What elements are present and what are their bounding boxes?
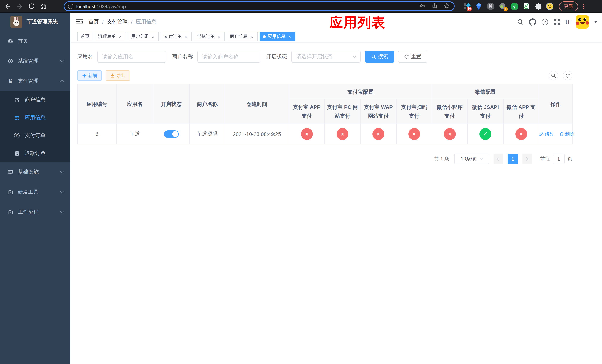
sidebar-item-home[interactable]: 首页 [0,31,70,51]
password-key-icon[interactable] [419,2,426,11]
sidebar-item-payment[interactable]: ¥ 支付管理 [0,71,70,91]
sidebar-item-pay-order[interactable]: ¥ 支付订单 [0,127,70,144]
dashboard-icon [7,38,13,44]
status-select[interactable]: 请选择开启状态 [291,51,361,63]
notes-extension-icon[interactable] [522,2,530,10]
extensions-puzzle-icon[interactable] [534,2,542,10]
goto-page-input[interactable] [553,154,565,164]
search-icon[interactable] [516,18,525,26]
sidebar-item-dev-tools[interactable]: 研发工具 [0,182,70,202]
browser-reload-button[interactable] [27,1,36,11]
sidebar-item-label: 商户信息 [25,97,45,103]
sidebar-item-merchant-info[interactable]: 商户信息 [0,91,70,109]
logo-image [10,16,22,28]
fullscreen-icon[interactable] [553,18,561,26]
show-search-toggle-button[interactable] [549,71,558,80]
sidebar-item-label: 退款订单 [25,150,45,157]
monitor-check-icon [7,169,13,175]
merchant-name-input[interactable] [202,54,256,60]
wechat-jsapi-status-icon: ✓ [479,128,491,140]
edit-link[interactable]: 修改 [539,130,554,137]
tag-merchant-info[interactable]: 商户信息× [226,32,258,41]
sidebar-logo[interactable]: 芋道管理系统 [0,13,70,31]
tag-refund-order[interactable]: 退款订单× [194,32,225,41]
tag-process-form[interactable]: 流程表单× [95,32,126,41]
briefcase-icon [7,209,13,215]
y-extension-icon[interactable]: y [510,2,518,10]
page-annotation: 应用列表 [330,14,386,32]
close-icon[interactable]: × [118,34,123,39]
merchant-name-field[interactable] [197,51,260,63]
sidebar: 芋道管理系统 首页 系统管理 ¥ 支付管理 [0,13,70,364]
chevron-down-icon [60,169,64,174]
refresh-table-button[interactable] [563,71,572,80]
url-text: localhost:1024/pay/app [76,3,126,9]
browser-back-button[interactable] [3,1,13,11]
sidebar-collapse-icon[interactable] [76,18,83,25]
tags-view-bar: 首页 流程表单× 用户分组× 支付订单× 退款订单× 商户信息× 应用信息× [70,31,602,42]
tampermonkey-extension-icon[interactable]: 10 [463,2,471,10]
delete-link[interactable]: 删除 [559,130,575,137]
font-size-icon[interactable]: tT [565,19,570,25]
yen-icon: ¥ [7,78,13,84]
pagination: 共 1 条 10条/页 1 前往 页 [77,154,572,164]
profile-extension-icon[interactable]: 1 [498,2,506,10]
browser-menu-icon[interactable] [583,3,584,9]
app-name-input[interactable] [102,54,161,60]
extensions-row: 10 ⌘ 1 y 更新 [463,0,587,13]
sidebar-item-app-info[interactable]: 应用信息 [0,109,70,127]
sidebar-item-label: 研发工具 [18,189,39,195]
reset-button[interactable]: 重置 [398,51,427,63]
page-size-select[interactable]: 10条/页 [454,154,489,164]
browser-update-button[interactable]: 更新 [559,1,578,11]
profile-badge: 1 [504,7,508,11]
help-icon[interactable]: ? [541,18,549,26]
export-button[interactable]: 导出 [106,70,130,81]
url-path: :1024/pay/app [95,3,126,9]
app-name-field[interactable] [97,51,166,63]
browser-forward-button[interactable] [15,1,24,11]
close-icon[interactable]: × [184,34,188,39]
browser-home-button[interactable] [39,1,48,11]
sidebar-item-infrastructure[interactable]: 基础设施 [0,162,70,182]
tag-home[interactable]: 首页 [77,32,93,41]
close-icon[interactable]: × [151,34,155,39]
status-select-placeholder: 请选择开启状态 [296,53,333,60]
command-extension-icon[interactable]: ⌘ [486,2,495,10]
tag-pay-order[interactable]: 支付订单× [161,32,192,41]
sidebar-item-refund-order[interactable]: 退款订单 [0,144,70,162]
avatar-caret-icon[interactable] [594,21,598,23]
bookmark-star-icon[interactable] [443,2,450,11]
col-alipay-app: 支付宝 APP 支付 [289,99,324,124]
tag-app-info-active[interactable]: 应用信息× [259,32,295,41]
github-icon[interactable] [529,18,537,26]
share-icon[interactable] [431,2,438,10]
emoji-avatar-icon[interactable] [546,2,554,10]
gem-extension-icon[interactable] [475,2,483,10]
close-icon[interactable]: × [216,34,221,39]
breadcrumb-home[interactable]: 首页 [88,18,99,25]
chevron-down-icon [479,156,483,160]
add-button[interactable]: 新增 [77,70,102,81]
sidebar-item-system[interactable]: 系统管理 [0,51,70,71]
chevron-down-icon [60,209,64,214]
sidebar-item-workflow[interactable]: 工作流程 [0,202,70,222]
prev-page-button[interactable] [494,154,503,164]
close-icon[interactable]: × [287,34,292,39]
address-bar[interactable]: i localhost:1024/pay/app [64,1,455,11]
cell-app-id: 6 [77,124,117,144]
next-page-button[interactable] [522,154,532,164]
col-wechat-app: 微信 APP 支付 [503,99,539,124]
alipay-app-status-icon: × [301,128,313,140]
col-created: 创建时间 [225,84,289,124]
site-info-icon[interactable]: i [68,4,73,9]
close-icon[interactable]: × [249,34,254,39]
breadcrumb-payment[interactable]: 支付管理 [107,18,128,25]
tag-user-group[interactable]: 用户分组× [128,32,159,41]
sidebar-item-label: 系统管理 [18,58,39,64]
current-page-button[interactable]: 1 [508,154,518,164]
tag-label: 应用信息 [268,33,285,40]
status-toggle[interactable] [164,130,179,138]
search-button[interactable]: 搜索 [365,51,394,63]
user-avatar[interactable] [576,15,589,29]
